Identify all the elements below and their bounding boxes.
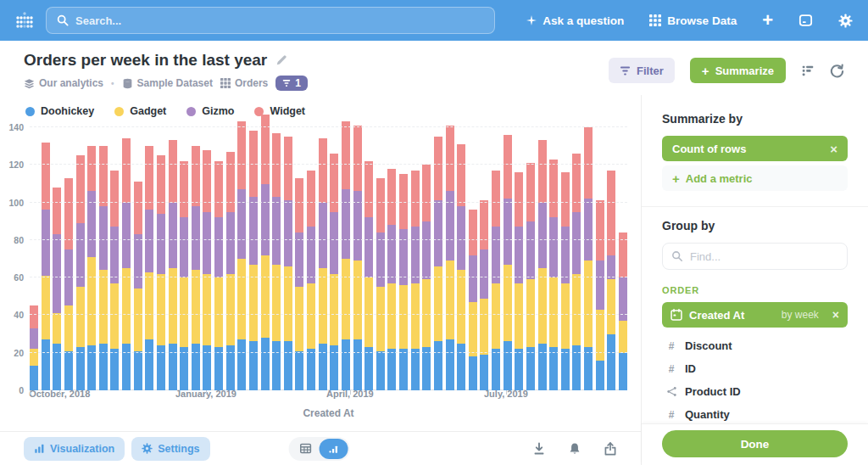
bar-segment-gadget[interactable] [538, 268, 547, 344]
stacked-bar[interactable] [515, 172, 523, 390]
bar-segment-gizmo[interactable] [307, 227, 315, 283]
bar-segment-gadget[interactable] [64, 305, 73, 350]
bar-segment-gizmo[interactable] [42, 210, 50, 276]
bar-segment-gadget[interactable] [457, 270, 465, 343]
bar-segment-gizmo[interactable] [110, 227, 119, 283]
bar-segment-widget[interactable] [261, 115, 270, 184]
bar-segment-gizmo[interactable] [30, 328, 38, 349]
bar-segment-widget[interactable] [76, 155, 85, 223]
bar-segment-doohickey[interactable] [387, 349, 396, 390]
bar-segment-gadget[interactable] [330, 274, 338, 345]
bar-segment-widget[interactable] [538, 140, 547, 202]
bar-segment-doohickey[interactable] [561, 349, 570, 390]
bar-segment-doohickey[interactable] [272, 341, 281, 390]
bar-segment-gadget[interactable] [261, 255, 270, 338]
bar-segment-widget[interactable] [434, 137, 442, 200]
stacked-bar[interactable] [376, 178, 385, 390]
bar-segment-doohickey[interactable] [504, 341, 512, 390]
remove-metric-icon[interactable]: × [830, 142, 837, 156]
bar-segment-gadget[interactable] [53, 313, 61, 343]
bar-segment-doohickey[interactable] [515, 349, 523, 390]
bar-segment-gizmo[interactable] [122, 203, 131, 269]
bar-segment-gadget[interactable] [76, 287, 85, 347]
bar-segment-gadget[interactable] [203, 274, 211, 345]
bar-segment-doohickey[interactable] [214, 347, 223, 390]
bar-segment-gadget[interactable] [134, 289, 142, 350]
bar-segment-gizmo[interactable] [319, 203, 327, 269]
stacked-bar[interactable] [192, 146, 200, 390]
bar-segment-gizmo[interactable] [596, 261, 604, 310]
bar-segment-widget[interactable] [122, 138, 131, 202]
browse-data-button[interactable]: Browse Data [649, 14, 737, 27]
bar-segment-doohickey[interactable] [30, 366, 38, 390]
bar-segment-gizmo[interactable] [145, 210, 153, 272]
legend-item-doohickey[interactable]: Doohickey [25, 105, 94, 117]
bar-segment-gizmo[interactable] [180, 217, 188, 277]
breadcrumb-collection[interactable]: Our analytics [24, 77, 103, 89]
bar-segment-gadget[interactable] [42, 276, 50, 339]
stacked-bar[interactable] [157, 155, 165, 390]
bar-segment-widget[interactable] [411, 171, 420, 227]
bar-segment-widget[interactable] [307, 171, 315, 227]
stacked-bar[interactable] [145, 146, 153, 390]
bar-segment-widget[interactable] [526, 163, 535, 221]
bar-segment-gizmo[interactable] [284, 200, 292, 266]
stacked-bar[interactable] [307, 171, 315, 390]
bar-segment-doohickey[interactable] [480, 355, 488, 390]
bar-segment-gizmo[interactable] [469, 255, 477, 302]
bar-segment-gizmo[interactable] [561, 227, 570, 283]
bar-segment-gadget[interactable] [584, 261, 593, 347]
bar-segment-gadget[interactable] [226, 274, 235, 345]
find-field-box[interactable] [662, 243, 848, 270]
bar-segment-widget[interactable] [203, 150, 211, 212]
filter-button[interactable]: Filter [609, 58, 675, 83]
bar-segment-gizmo[interactable] [249, 197, 258, 265]
legend-item-gizmo[interactable]: Gizmo [186, 105, 234, 117]
stacked-bar[interactable] [261, 115, 270, 390]
granularity-label[interactable]: by week [782, 309, 819, 321]
bar-segment-doohickey[interactable] [261, 338, 270, 390]
bar-segment-widget[interactable] [584, 127, 593, 199]
stacked-bar[interactable] [457, 144, 465, 390]
bar-segment-gadget[interactable] [515, 283, 523, 350]
stacked-bar[interactable] [422, 165, 431, 390]
bar-segment-gadget[interactable] [480, 299, 488, 355]
bar-segment-widget[interactable] [422, 165, 431, 221]
stacked-bar[interactable] [134, 182, 142, 390]
remove-dimension-icon[interactable]: × [832, 308, 839, 322]
bar-segment-gizmo[interactable] [64, 249, 73, 305]
filter-count-badge[interactable]: 1 [275, 76, 308, 91]
bar-segment-gadget[interactable] [145, 272, 153, 340]
stacked-bar[interactable] [538, 140, 547, 390]
bar-segment-gadget[interactable] [157, 274, 165, 345]
stacked-bar[interactable] [214, 161, 223, 390]
bar-segment-widget[interactable] [330, 154, 338, 212]
sql-editor-button[interactable] [798, 14, 813, 27]
stacked-bar[interactable] [469, 210, 477, 390]
bar-segment-gizmo[interactable] [99, 206, 108, 270]
bar-segment-gizmo[interactable] [192, 206, 200, 270]
bar-segment-doohickey[interactable] [538, 344, 547, 390]
bar-segment-doohickey[interactable] [76, 347, 85, 390]
stacked-bar[interactable] [549, 160, 558, 390]
bar-segment-gadget[interactable] [364, 277, 373, 347]
bar-segment-gadget[interactable] [295, 287, 303, 350]
bar-segment-doohickey[interactable] [353, 339, 362, 390]
bar-segment-gizmo[interactable] [584, 199, 593, 261]
bar-segment-gizmo[interactable] [515, 227, 523, 283]
download-icon[interactable] [532, 442, 546, 456]
visualization-button[interactable]: Visualization [24, 437, 125, 461]
bar-segment-gizmo[interactable] [549, 217, 558, 277]
bar-segment-gizmo[interactable] [538, 203, 547, 269]
bar-segment-gizmo[interactable] [342, 189, 350, 259]
bar-segment-gizmo[interactable] [330, 212, 338, 274]
bar-segment-gadget[interactable] [549, 277, 558, 347]
bar-segment-gizmo[interactable] [434, 200, 442, 266]
edit-title-icon[interactable] [275, 54, 287, 66]
stacked-bar[interactable] [561, 172, 570, 390]
bar-segment-gizmo[interactable] [376, 232, 385, 287]
legend-item-gadget[interactable]: Gadget [114, 105, 166, 117]
stacked-bar[interactable] [364, 161, 373, 390]
bar-segment-doohickey[interactable] [53, 344, 61, 390]
stacked-bar[interactable] [87, 146, 96, 390]
